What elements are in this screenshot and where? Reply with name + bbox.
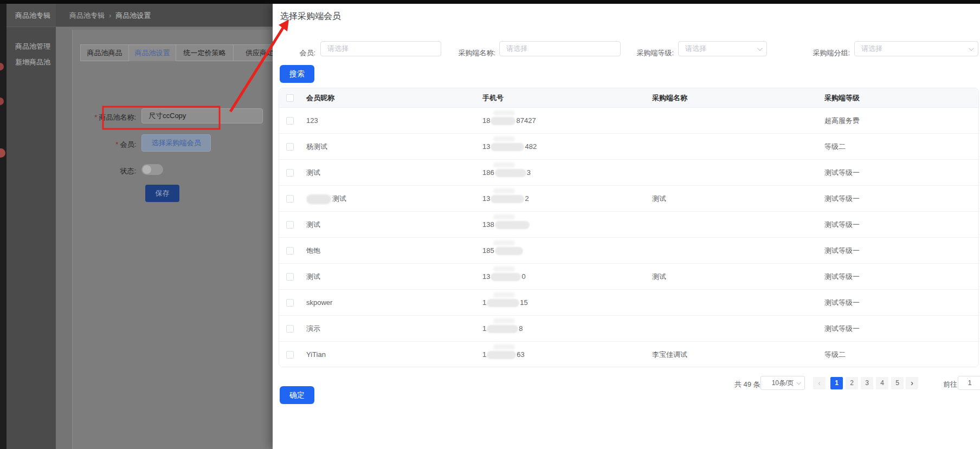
cell-procure-level: 测试等级一 — [824, 290, 860, 316]
page-button-1[interactable]: 1 — [830, 377, 843, 389]
row-checkbox[interactable] — [286, 299, 294, 307]
row-checkbox[interactable] — [286, 195, 294, 203]
cell-member-nickname: YiTian — [306, 342, 326, 367]
next-page-button[interactable]: › — [906, 377, 918, 389]
filter-label-2: 采购端等级: — [609, 45, 674, 61]
redaction-blur — [487, 299, 519, 307]
tab-1[interactable]: 商品池设置 — [129, 44, 176, 61]
goto-page-input[interactable]: 1 — [958, 376, 980, 390]
row-checkbox[interactable] — [286, 325, 294, 333]
table-row-0: 1231887427超高服务费 — [279, 108, 978, 134]
row-checkbox[interactable] — [286, 143, 294, 151]
drawer-title: 选择采购端会员 — [280, 11, 341, 22]
redaction-smudge — [493, 188, 515, 193]
table-row-1: 杨测试13482等级二 — [279, 134, 978, 160]
chevron-down-icon — [969, 45, 974, 51]
dimmed-page: 商品池专辑 商品池管理新增商品池 商品池专辑 › 商品池设置 商品池商品商品池设… — [0, 4, 273, 449]
cell-procure-level: 测试等级一 — [824, 160, 860, 186]
tab-2[interactable]: 统一定价策略 — [176, 44, 234, 61]
placeholder-text: 请选择 — [861, 44, 882, 53]
cell-procure-level: 等级二 — [824, 342, 846, 367]
search-button[interactable]: 搜索 — [280, 65, 314, 83]
filter-input-1[interactable]: 请选择 — [499, 41, 621, 56]
filter-select-3[interactable]: 请选择 — [854, 41, 978, 56]
edge-badge-icon — [0, 63, 4, 70]
cell-member-nickname: 演示 — [306, 316, 320, 342]
table-row-9: YiTian163李宝佳调试等级二 — [279, 342, 978, 367]
member-table: 会员昵称 手机号 采购端名称 采购端等级 1231887427超高服务费杨测试1… — [279, 88, 979, 367]
cell-procure-level: 测试等级一 — [824, 238, 860, 264]
required-mark: * — [115, 140, 118, 148]
column-header: 会员昵称 — [306, 88, 334, 108]
cell-member-nickname: 测试 — [306, 160, 320, 186]
chevron-down-icon — [796, 380, 801, 385]
chevron-down-icon — [757, 45, 763, 51]
toggle-knob — [143, 165, 151, 174]
cell-member-nickname: 杨测试 — [306, 134, 327, 160]
cell-procure-name: 测试 — [652, 264, 666, 290]
breadcrumb-separator-icon: › — [109, 4, 111, 27]
select-member-drawer: 选择采购端会员 会员:请选择采购端名称:请选择采购端等级:请选择采购端分组:请选… — [273, 4, 980, 449]
select-all-checkbox[interactable] — [286, 94, 294, 102]
cell-member-nickname: 测试 — [306, 264, 320, 290]
edge-badge-icon — [0, 97, 4, 105]
redaction-blur — [491, 143, 524, 151]
table-row-4: 测试138测试等级一 — [279, 212, 978, 238]
filter-input-0[interactable]: 请选择 — [320, 41, 441, 56]
row-checkbox[interactable] — [286, 273, 294, 281]
total-count: 共 49 条 — [734, 380, 760, 389]
redaction-smudge — [493, 136, 515, 141]
sidebar: 商品池专辑 商品池管理新增商品池 — [7, 4, 56, 449]
goto-label: 前往 — [943, 380, 957, 389]
tab-0[interactable]: 商品池商品 — [80, 44, 129, 61]
redaction-blur — [495, 169, 526, 177]
table-row-8: 演示18测试等级一 — [279, 316, 978, 342]
filter-label-1: 采购端名称: — [430, 45, 495, 61]
row-checkbox[interactable] — [286, 169, 294, 177]
select-member-button[interactable]: 选择采购端会员 — [141, 134, 211, 152]
redaction-blur — [495, 221, 530, 229]
row-checkbox[interactable] — [286, 247, 294, 255]
row-checkbox[interactable] — [286, 117, 294, 125]
table-row-5: 饱饱185测试等级一 — [279, 238, 978, 264]
cell-procure-level: 测试等级一 — [824, 264, 860, 290]
prev-page-button[interactable]: ‹ — [813, 377, 826, 389]
redaction-smudge — [493, 240, 515, 245]
sidebar-item-1[interactable]: 新增商品池 — [7, 54, 56, 70]
redaction-blur — [491, 195, 524, 203]
required-mark: * — [94, 113, 97, 121]
cell-member-nickname: 测试 — [306, 212, 320, 238]
page-button-3[interactable]: 3 — [861, 377, 873, 389]
sidebar-item-0[interactable]: 商品池管理 — [7, 38, 56, 55]
save-button[interactable]: 保存 — [145, 185, 179, 202]
redaction-smudge — [493, 292, 515, 297]
table-row-2: 测试1863测试等级一 — [279, 160, 978, 186]
cell-procure-name: 测试 — [652, 186, 666, 212]
redaction-blur — [487, 351, 516, 359]
row-checkbox[interactable] — [286, 221, 294, 229]
member-label: *会员: — [66, 140, 136, 149]
page-button-5[interactable]: 5 — [891, 377, 904, 389]
cell-member-nickname: 123 — [306, 108, 318, 134]
table-row-3: 测试132测试测试等级一 — [279, 186, 978, 212]
cell-procure-name: 李宝佳调试 — [652, 342, 687, 367]
status-label: 状态: — [66, 166, 136, 176]
filter-select-2[interactable]: 请选择 — [678, 41, 767, 56]
page-button-4[interactable]: 4 — [876, 377, 888, 389]
row-checkbox[interactable] — [286, 351, 294, 359]
breadcrumb: 商品池专辑 › 商品池设置 — [56, 4, 273, 27]
status-toggle[interactable] — [141, 164, 163, 175]
cell-procure-level: 等级二 — [824, 134, 846, 160]
redaction-blur — [495, 247, 523, 255]
app-root: 商品池专辑 商品池管理新增商品池 商品池专辑 › 商品池设置 商品池商品商品池设… — [0, 0, 980, 449]
confirm-button[interactable]: 确定 — [280, 386, 314, 404]
pool-name-input[interactable]: 尺寸ccCopy — [141, 108, 263, 123]
page-size-select[interactable]: 10条/页 — [760, 376, 805, 390]
redaction-blur — [491, 117, 515, 125]
breadcrumb-item[interactable]: 商品池专辑 — [69, 4, 105, 27]
page-button-2[interactable]: 2 — [846, 377, 858, 389]
column-header: 采购端名称 — [652, 88, 687, 108]
edge-badge-icon — [0, 148, 5, 158]
filter-label-0: 会员: — [250, 45, 315, 61]
placeholder-text: 请选择 — [685, 44, 706, 53]
